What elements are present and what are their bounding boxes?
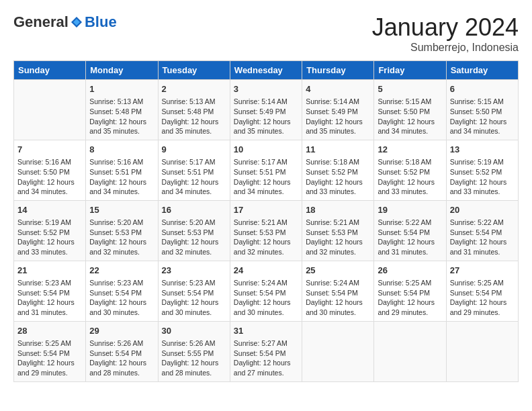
day-info: Sunrise: 5:23 AM Sunset: 5:54 PM Dayligh… xyxy=(89,278,154,318)
calendar-cell: 19Sunrise: 5:22 AM Sunset: 5:54 PM Dayli… xyxy=(374,200,446,261)
day-info: Sunrise: 5:25 AM Sunset: 5:54 PM Dayligh… xyxy=(378,278,442,318)
day-number: 13 xyxy=(450,144,515,156)
calendar-week-row: 28Sunrise: 5:25 AM Sunset: 5:54 PM Dayli… xyxy=(14,321,519,381)
header-monday: Monday xyxy=(86,61,158,80)
calendar-cell: 15Sunrise: 5:20 AM Sunset: 5:53 PM Dayli… xyxy=(86,200,158,261)
header-friday: Friday xyxy=(374,61,446,80)
calendar-header-row: SundayMondayTuesdayWednesdayThursdayFrid… xyxy=(14,61,519,80)
day-number: 10 xyxy=(234,144,298,156)
logo-general-text: General xyxy=(13,13,69,31)
day-number: 18 xyxy=(306,204,370,216)
day-info: Sunrise: 5:22 AM Sunset: 5:54 PM Dayligh… xyxy=(378,218,442,257)
calendar-cell: 17Sunrise: 5:21 AM Sunset: 5:53 PM Dayli… xyxy=(230,200,302,261)
day-info: Sunrise: 5:26 AM Sunset: 5:54 PM Dayligh… xyxy=(89,338,154,378)
day-number: 9 xyxy=(162,144,226,156)
location-subtitle: Sumberrejo, Indonesia xyxy=(372,42,519,54)
day-info: Sunrise: 5:23 AM Sunset: 5:54 PM Dayligh… xyxy=(17,278,82,318)
day-number: 31 xyxy=(234,325,298,337)
day-info: Sunrise: 5:24 AM Sunset: 5:54 PM Dayligh… xyxy=(306,278,370,318)
header-saturday: Saturday xyxy=(446,61,518,80)
day-info: Sunrise: 5:13 AM Sunset: 5:48 PM Dayligh… xyxy=(162,97,226,136)
logo: General Blue xyxy=(13,13,117,31)
calendar-week-row: 7Sunrise: 5:16 AM Sunset: 5:50 PM Daylig… xyxy=(14,140,519,200)
day-number: 2 xyxy=(162,83,226,95)
day-number: 20 xyxy=(450,204,515,216)
day-number: 24 xyxy=(234,265,298,277)
day-number: 6 xyxy=(450,83,515,95)
page-header: General Blue January 2024 Sumberrejo, In… xyxy=(13,13,519,54)
calendar-cell: 13Sunrise: 5:19 AM Sunset: 5:52 PM Dayli… xyxy=(446,140,518,200)
day-info: Sunrise: 5:19 AM Sunset: 5:52 PM Dayligh… xyxy=(450,157,515,197)
calendar-cell: 7Sunrise: 5:16 AM Sunset: 5:50 PM Daylig… xyxy=(14,140,86,200)
day-number: 1 xyxy=(89,83,154,95)
day-number: 8 xyxy=(89,144,154,156)
calendar-cell xyxy=(302,321,374,381)
calendar-cell: 10Sunrise: 5:17 AM Sunset: 5:51 PM Dayli… xyxy=(230,140,302,200)
day-number: 29 xyxy=(89,325,154,337)
day-info: Sunrise: 5:21 AM Sunset: 5:53 PM Dayligh… xyxy=(306,218,370,257)
day-number: 3 xyxy=(234,83,298,95)
day-info: Sunrise: 5:21 AM Sunset: 5:53 PM Dayligh… xyxy=(234,218,298,257)
day-info: Sunrise: 5:26 AM Sunset: 5:55 PM Dayligh… xyxy=(162,338,226,378)
day-info: Sunrise: 5:17 AM Sunset: 5:51 PM Dayligh… xyxy=(162,157,226,197)
day-number: 14 xyxy=(17,204,82,216)
calendar-cell: 28Sunrise: 5:25 AM Sunset: 5:54 PM Dayli… xyxy=(14,321,86,381)
calendar-cell: 20Sunrise: 5:22 AM Sunset: 5:54 PM Dayli… xyxy=(446,200,518,261)
day-number: 19 xyxy=(378,204,442,216)
calendar-cell: 4Sunrise: 5:14 AM Sunset: 5:49 PM Daylig… xyxy=(302,80,374,140)
calendar-cell: 27Sunrise: 5:25 AM Sunset: 5:54 PM Dayli… xyxy=(446,261,518,321)
day-info: Sunrise: 5:27 AM Sunset: 5:54 PM Dayligh… xyxy=(234,338,298,378)
day-info: Sunrise: 5:22 AM Sunset: 5:54 PM Dayligh… xyxy=(450,218,515,257)
day-info: Sunrise: 5:15 AM Sunset: 5:50 PM Dayligh… xyxy=(378,97,442,136)
day-number: 17 xyxy=(234,204,298,216)
header-sunday: Sunday xyxy=(14,61,86,80)
day-info: Sunrise: 5:17 AM Sunset: 5:51 PM Dayligh… xyxy=(234,157,298,197)
day-number: 4 xyxy=(306,83,370,95)
day-info: Sunrise: 5:14 AM Sunset: 5:49 PM Dayligh… xyxy=(306,97,370,136)
logo-icon xyxy=(70,15,83,29)
day-info: Sunrise: 5:18 AM Sunset: 5:52 PM Dayligh… xyxy=(378,157,442,197)
day-number: 23 xyxy=(162,265,226,277)
calendar-cell: 21Sunrise: 5:23 AM Sunset: 5:54 PM Dayli… xyxy=(14,261,86,321)
calendar-cell xyxy=(374,321,446,381)
month-title: January 2024 xyxy=(372,13,519,42)
day-number: 7 xyxy=(17,144,82,156)
calendar-cell: 12Sunrise: 5:18 AM Sunset: 5:52 PM Dayli… xyxy=(374,140,446,200)
calendar-cell: 24Sunrise: 5:24 AM Sunset: 5:54 PM Dayli… xyxy=(230,261,302,321)
calendar-cell: 11Sunrise: 5:18 AM Sunset: 5:52 PM Dayli… xyxy=(302,140,374,200)
calendar-cell xyxy=(446,321,518,381)
title-block: January 2024 Sumberrejo, Indonesia xyxy=(372,13,519,54)
day-info: Sunrise: 5:23 AM Sunset: 5:54 PM Dayligh… xyxy=(162,278,226,318)
day-number: 26 xyxy=(378,265,442,277)
day-number: 5 xyxy=(378,83,442,95)
calendar-cell: 22Sunrise: 5:23 AM Sunset: 5:54 PM Dayli… xyxy=(86,261,158,321)
day-info: Sunrise: 5:20 AM Sunset: 5:53 PM Dayligh… xyxy=(162,218,226,257)
day-number: 21 xyxy=(17,265,82,277)
day-info: Sunrise: 5:16 AM Sunset: 5:50 PM Dayligh… xyxy=(17,157,82,197)
day-number: 15 xyxy=(89,204,154,216)
calendar-cell: 25Sunrise: 5:24 AM Sunset: 5:54 PM Dayli… xyxy=(302,261,374,321)
day-number: 30 xyxy=(162,325,226,337)
day-number: 22 xyxy=(89,265,154,277)
day-number: 12 xyxy=(378,144,442,156)
day-number: 11 xyxy=(306,144,370,156)
calendar-week-row: 14Sunrise: 5:19 AM Sunset: 5:52 PM Dayli… xyxy=(14,200,519,261)
calendar-cell: 9Sunrise: 5:17 AM Sunset: 5:51 PM Daylig… xyxy=(158,140,230,200)
calendar-cell: 30Sunrise: 5:26 AM Sunset: 5:55 PM Dayli… xyxy=(158,321,230,381)
calendar-week-row: 1Sunrise: 5:13 AM Sunset: 5:48 PM Daylig… xyxy=(14,80,519,140)
day-info: Sunrise: 5:20 AM Sunset: 5:53 PM Dayligh… xyxy=(89,218,154,257)
day-info: Sunrise: 5:18 AM Sunset: 5:52 PM Dayligh… xyxy=(306,157,370,197)
day-info: Sunrise: 5:19 AM Sunset: 5:52 PM Dayligh… xyxy=(17,218,82,257)
header-wednesday: Wednesday xyxy=(230,61,302,80)
day-info: Sunrise: 5:14 AM Sunset: 5:49 PM Dayligh… xyxy=(234,97,298,136)
calendar-cell: 6Sunrise: 5:15 AM Sunset: 5:50 PM Daylig… xyxy=(446,80,518,140)
header-tuesday: Tuesday xyxy=(158,61,230,80)
day-number: 27 xyxy=(450,265,515,277)
day-number: 25 xyxy=(306,265,370,277)
calendar-cell: 16Sunrise: 5:20 AM Sunset: 5:53 PM Dayli… xyxy=(158,200,230,261)
calendar-table: SundayMondayTuesdayWednesdayThursdayFrid… xyxy=(13,60,519,382)
day-number: 16 xyxy=(162,204,226,216)
logo-blue-text: Blue xyxy=(85,13,117,31)
calendar-cell: 26Sunrise: 5:25 AM Sunset: 5:54 PM Dayli… xyxy=(374,261,446,321)
calendar-cell: 3Sunrise: 5:14 AM Sunset: 5:49 PM Daylig… xyxy=(230,80,302,140)
